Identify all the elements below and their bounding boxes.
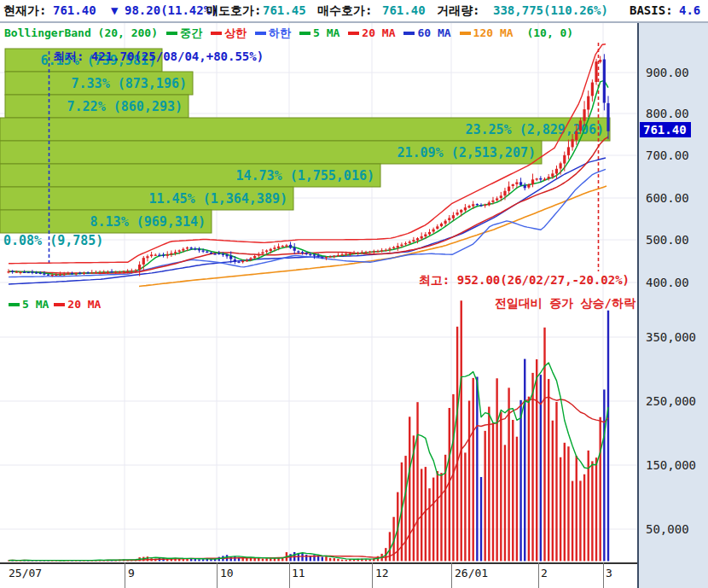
svg-text:7.22% (860,293): 7.22% (860,293): [67, 99, 183, 114]
svg-text:23.25% (2,829,206): 23.25% (2,829,206): [465, 122, 604, 137]
x-axis-tick-label: 3: [606, 567, 612, 579]
x-axis-tick-label: 12: [375, 567, 389, 579]
legend-swatch-icon: [460, 32, 471, 35]
legend-swatch-icon: [299, 32, 310, 35]
y-axis-tick-label: 350,000: [646, 330, 696, 344]
legend-item-label: 20 MA: [67, 298, 101, 311]
current-price-value: 761.40: [53, 3, 96, 17]
svg-text:7.33% (873,196): 7.33% (873,196): [72, 76, 187, 91]
y-axis-tick-label: 600.00: [646, 191, 689, 205]
bid-price-label: 매수호가:: [317, 3, 372, 19]
legend-swatch-icon: [54, 303, 65, 306]
x-axis-divider: [538, 562, 539, 588]
legend-item-label: 상한: [224, 26, 247, 39]
basis-value: 4.6: [679, 3, 700, 17]
x-axis-tick-label: 10: [220, 567, 234, 579]
x-axis-divider: [603, 562, 604, 588]
volume-value: 338,775(110.26%): [493, 3, 608, 17]
legend-swatch-icon: [211, 32, 222, 35]
x-axis-divider: [125, 562, 125, 588]
down-arrow-icon: ▼: [111, 3, 118, 17]
x-axis-tick-label: 2: [541, 567, 548, 579]
svg-text:14.73% (1,755,016): 14.73% (1,755,016): [235, 168, 374, 183]
basis-label: BASIS:: [630, 3, 673, 17]
legend-item-label: 중간: [180, 26, 202, 39]
y-axis-tick-label: 800.00: [646, 107, 689, 120]
quote-bar: 현재가: 761.40 ▼ 98.20(11.42%) 매도호가: 761.45…: [0, 0, 708, 23]
y-axis-tick-label: 500.00: [646, 233, 689, 247]
legend-swatch-icon: [9, 303, 20, 306]
ask-price-value: 761.45: [263, 3, 306, 17]
bid-price-value: 761.40: [382, 3, 426, 17]
volume-label: 거래량:: [437, 3, 479, 19]
x-axis-divider: [217, 562, 218, 588]
candlestick-chart-canvas[interactable]: 6.15% (739,581)7.33% (873,196)7.22% (860…: [0, 0, 708, 588]
legend-item-label: 60 MA: [417, 26, 450, 39]
y-axis-tick-label: 150,000: [646, 458, 696, 472]
current-price-label: 현재가:: [3, 3, 46, 19]
x-axis-divider: [289, 562, 290, 588]
volume-legend: 5 MA20 MA: [3, 298, 101, 311]
y-axis-tick-label: 50,000: [646, 522, 689, 536]
legend-suffix: (10, 0): [526, 26, 573, 39]
legend-item-label: 20 MA: [362, 26, 395, 39]
y-axis-tick-label: 900.00: [646, 66, 689, 79]
x-axis-divider: [451, 562, 452, 588]
x-axis-tick-label: 9: [128, 567, 135, 579]
stock-chart-window: 현재가: 761.40 ▼ 98.20(11.42%) 매도호가: 761.45…: [0, 0, 708, 588]
legend-swatch-icon: [255, 32, 266, 35]
x-axis-tick-label: 25/07: [9, 567, 42, 579]
x-axis-divider: [372, 562, 373, 588]
legend-swatch-icon: [403, 32, 415, 35]
change-value: 98.20(11.42%): [125, 3, 218, 17]
indicator-legend: BollingerBand (20, 200)중간상한하한5 MA20 MA60…: [4, 26, 573, 39]
legend-title: BollingerBand (20, 200): [4, 26, 158, 39]
volume-profile-zones: 6.15% (739,581)7.33% (873,196)7.22% (860…: [0, 49, 610, 233]
y-axis-tick-label: 250,000: [646, 394, 696, 408]
ask-price-label: 매도호가:: [206, 3, 261, 19]
volume-moving-averages: [9, 363, 608, 561]
legend-swatch-icon: [166, 32, 177, 35]
legend-item-label: 120 MA: [473, 26, 514, 39]
y-axis-tick-label: 400.00: [646, 276, 689, 289]
current-price-badge: 761.40: [640, 122, 691, 137]
legend-item-label: 5 MA: [22, 298, 49, 311]
svg-text:11.45% (1,364,389): 11.45% (1,364,389): [148, 191, 287, 207]
svg-text:21.09% (2,513,207): 21.09% (2,513,207): [397, 145, 536, 160]
x-axis-tick-label: 11: [292, 567, 305, 579]
x-axis-tick-label: 26/01: [455, 567, 488, 579]
svg-text:6.15% (739,581): 6.15% (739,581): [41, 53, 156, 68]
volume-bars: [9, 300, 608, 561]
svg-text:8.13% (969,314): 8.13% (969,314): [90, 214, 206, 230]
legend-item-label: 5 MA: [313, 26, 339, 39]
legend-item-label: 하한: [269, 26, 291, 39]
legend-swatch-icon: [348, 32, 359, 35]
y-axis-tick-label: 700.00: [646, 148, 689, 162]
